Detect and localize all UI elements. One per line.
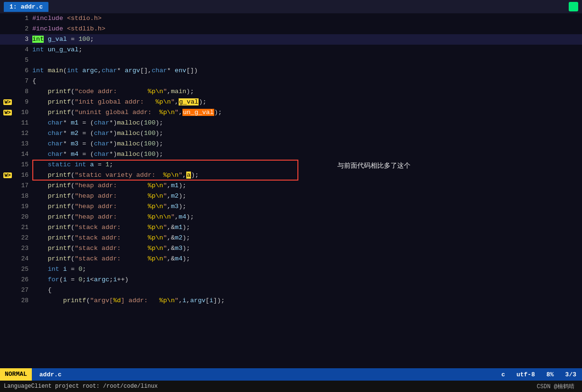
- gutter-mark: [0, 149, 15, 160]
- gutter-mark: W>: [0, 170, 15, 181]
- line-row: 22 printf("stack addr: %p\n",&m2);: [0, 233, 582, 243]
- code-line: printf("stack addr: %p\n",&m3);: [32, 243, 582, 254]
- line-num: 9: [15, 97, 32, 107]
- line-num: 1: [15, 13, 32, 24]
- line-num: 23: [15, 243, 32, 254]
- status-percent: 8%: [546, 371, 554, 378]
- annotation-text: 与前面代码相比多了这个: [337, 162, 410, 170]
- code-line: printf("heap addr: %p\n",m3);: [32, 201, 582, 212]
- title-bar: 1: addr.c: [0, 0, 582, 13]
- code-line: printf("code addr: %p\n",main);: [32, 86, 582, 97]
- code-line: printf("argv[%d] addr: %p\n",i,argv[i]);: [32, 296, 582, 306]
- code-line: printf("heap addr: %p\n",m1);: [32, 181, 582, 191]
- gutter-mark: [0, 254, 15, 264]
- gutter-mark: [0, 24, 15, 34]
- gutter-mark: [0, 201, 15, 212]
- line-num: 12: [15, 128, 32, 139]
- gutter-mark: [0, 34, 15, 45]
- line-row: 8 printf("code addr: %p\n",main);: [0, 86, 582, 97]
- line-row: 26 for(i = 0;i<argc;i++): [0, 275, 582, 285]
- code-line: int g_val = 100;: [32, 34, 582, 45]
- line-row: 27 {: [0, 285, 582, 296]
- line-num: 10: [15, 107, 32, 118]
- line-row: 5: [0, 55, 582, 66]
- line-row: W> 16 printf("static variety addr: %p\n"…: [0, 170, 582, 181]
- gutter-mark: [0, 13, 15, 24]
- line-row: 25 int i = 0;: [0, 264, 582, 275]
- line-num: 26: [15, 275, 32, 285]
- file-tab[interactable]: 1: addr.c: [4, 2, 48, 12]
- code-line: #include <stdio.h>: [32, 13, 582, 24]
- status-bar: NORMAL addr.c c utf-8 8% 3/3: [0, 368, 582, 381]
- code-line: char* m2 = (char*)malloc(100);: [32, 128, 582, 139]
- gutter-mark: [0, 45, 15, 55]
- gutter-mark: [0, 55, 15, 66]
- gutter-mark: [0, 285, 15, 296]
- code-line: int i = 0;: [32, 264, 582, 275]
- line-num: 13: [15, 139, 32, 149]
- gutter-mark: [0, 139, 15, 149]
- line-num: 18: [15, 191, 32, 201]
- code-line: printf("stack addr: %p\n",&m1);: [32, 222, 582, 233]
- code-line: printf("stack addr: %p\n",&m2);: [32, 233, 582, 243]
- line-row: 28 printf("argv[%d] addr: %p\n",i,argv[i…: [0, 296, 582, 306]
- gutter-mark: [0, 233, 15, 243]
- line-num: 21: [15, 222, 32, 233]
- line-row: W> 10 printf("uninit global addr: %p\n",…: [0, 107, 582, 118]
- code-line: static int a = 1;: [32, 160, 582, 170]
- gutter-mark: [0, 212, 15, 222]
- code-line: {: [32, 285, 582, 296]
- line-num: 7: [15, 76, 32, 86]
- status-mode: NORMAL: [0, 368, 32, 381]
- code-line: int main(int argc,char* argv[],char* env…: [32, 66, 582, 76]
- line-num: 27: [15, 285, 32, 296]
- status-type: c: [501, 371, 505, 378]
- editor-area: 与前面代码相比多了这个 1 #include <stdio.h> 2 #incl…: [0, 13, 582, 368]
- line-row: 24 printf("stack addr: %p\n",&m4);: [0, 254, 582, 264]
- code-line: printf("init global addr: %p\n",g_val);: [32, 97, 582, 107]
- gutter-mark: [0, 86, 15, 97]
- code-line: printf("static variety addr: %p\n",a);: [32, 170, 582, 181]
- line-row: 17 printf("heap addr: %p\n",m1);: [0, 181, 582, 191]
- line-num: 11: [15, 118, 32, 128]
- code-line: #include <stdlib.h>: [32, 24, 582, 34]
- line-num: 17: [15, 181, 32, 191]
- line-num: 4: [15, 45, 32, 55]
- info-bar: LanguageClient project root: /root/code/…: [0, 381, 582, 392]
- line-row: 3 int g_val = 100;: [0, 34, 582, 45]
- gutter-mark: [0, 76, 15, 86]
- line-row: 18 printf("heap addr: %p\n",m2);: [0, 191, 582, 201]
- code-line: char* m1 = (char*)malloc(100);: [32, 118, 582, 128]
- code-line: printf("uninit global addr: %p\n",un_g_v…: [32, 107, 582, 118]
- gutter-mark: [0, 243, 15, 254]
- gutter-mark: [0, 222, 15, 233]
- line-num: 16: [15, 170, 32, 181]
- gutter-mark: [0, 296, 15, 306]
- gutter-mark: [0, 264, 15, 275]
- line-num: 3: [15, 34, 32, 45]
- line-row: 13 char* m3 = (char*)malloc(100);: [0, 139, 582, 149]
- line-num: 22: [15, 233, 32, 243]
- line-num: 19: [15, 201, 32, 212]
- line-row: 20 printf("heap addr: %p\n\n",m4);: [0, 212, 582, 222]
- code-line: for(i = 0;i<argc;i++): [32, 275, 582, 285]
- line-row: 11 char* m1 = (char*)malloc(100);: [0, 118, 582, 128]
- code-line: [32, 55, 582, 66]
- line-row: 2 #include <stdlib.h>: [0, 24, 582, 34]
- line-row: 12 char* m2 = (char*)malloc(100);: [0, 128, 582, 139]
- line-row: 1 #include <stdio.h>: [0, 13, 582, 24]
- green-indicator: [569, 2, 578, 11]
- code-line: printf("stack addr: %p\n",&m4);: [32, 254, 582, 264]
- code-line: {: [32, 76, 582, 86]
- line-num: 2: [15, 24, 32, 34]
- line-num: 24: [15, 254, 32, 264]
- line-row: 14 char* m4 = (char*)malloc(100);: [0, 149, 582, 160]
- line-row: 7 {: [0, 76, 582, 86]
- info-text: LanguageClient project root: /root/code/…: [4, 383, 158, 390]
- code-container: 1 #include <stdio.h> 2 #include <stdlib.…: [0, 13, 582, 368]
- line-num: 25: [15, 264, 32, 275]
- code-line: char* m4 = (char*)malloc(100);: [32, 149, 582, 160]
- status-right: c utf-8 8% 3/3: [501, 371, 582, 378]
- status-encoding: utf-8: [516, 371, 535, 378]
- line-num: 28: [15, 296, 32, 306]
